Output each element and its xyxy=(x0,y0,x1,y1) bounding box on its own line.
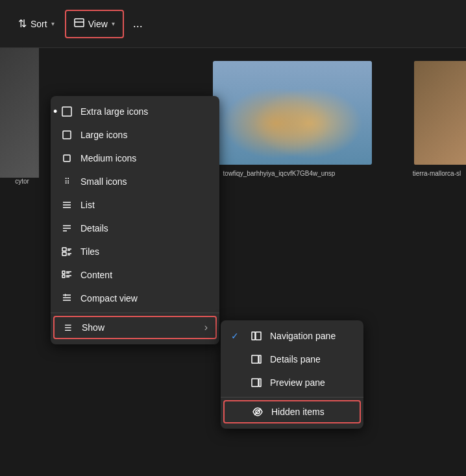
svg-rect-17 xyxy=(62,271,65,274)
menu-item-medium-icons[interactable]: Medium icons xyxy=(51,147,219,170)
menu-divider-2 xyxy=(221,397,363,398)
main-content: cytor towfiqy_barhhyiya_iqcvfK7GB4w_unsp… xyxy=(0,48,466,476)
show-icon: ☰ xyxy=(62,322,74,333)
menu-item-show[interactable]: ☰ Show › xyxy=(53,316,217,339)
navigation-pane-check: ✓ xyxy=(231,331,243,341)
thumb-right xyxy=(414,61,466,165)
view-button[interactable]: View ▾ xyxy=(65,10,124,38)
menu-item-small-icons[interactable]: ⠿ Small icons xyxy=(51,170,219,193)
details-label: Details xyxy=(80,223,209,233)
navigation-pane-label: Navigation pane xyxy=(270,331,353,341)
sort-label: Sort xyxy=(31,19,47,29)
menu-item-tiles[interactable]: Tiles xyxy=(51,240,219,263)
menu-item-hidden-items[interactable]: Hidden items xyxy=(223,400,361,423)
menu-item-large-icons[interactable]: Large icons xyxy=(51,123,219,147)
more-icon: ... xyxy=(133,17,143,30)
svg-rect-20 xyxy=(62,275,65,278)
menu-item-navigation-pane[interactable]: ✓ Navigation pane xyxy=(221,324,363,348)
svg-rect-28 xyxy=(252,355,258,363)
sort-button[interactable]: ⇅ Sort ▾ xyxy=(10,10,62,38)
details-icon xyxy=(61,222,73,234)
svg-rect-0 xyxy=(75,19,84,27)
view-chevron-icon: ▾ xyxy=(112,20,115,27)
large-icons-label: Large icons xyxy=(80,130,209,140)
show-submenu: ✓ Navigation pane Details pane xyxy=(221,320,363,429)
show-submenu-arrow: › xyxy=(204,322,208,333)
menu-item-list[interactable]: List xyxy=(51,193,219,217)
preview-pane-icon xyxy=(251,377,262,388)
small-icons-icon: ⠿ xyxy=(61,176,73,187)
extra-large-icons-icon xyxy=(61,106,73,117)
svg-rect-27 xyxy=(256,332,261,340)
svg-rect-3 xyxy=(63,131,71,139)
details-pane-icon xyxy=(251,353,262,365)
svg-rect-30 xyxy=(252,379,258,387)
view-label: View xyxy=(88,19,108,29)
content-label: Content xyxy=(80,270,209,280)
menu-item-preview-pane[interactable]: Preview pane xyxy=(221,371,363,394)
navigation-pane-icon xyxy=(251,330,262,342)
tiles-label: Tiles xyxy=(80,246,209,257)
medium-icons-icon xyxy=(61,152,73,164)
small-icons-label: Small icons xyxy=(80,176,209,187)
menu-item-compact-view[interactable]: Compact view xyxy=(51,287,219,310)
show-label: Show xyxy=(82,322,197,333)
menu-item-details-pane[interactable]: Details pane xyxy=(221,348,363,371)
tiles-icon xyxy=(61,246,73,257)
view-icon xyxy=(74,18,84,30)
svg-rect-11 xyxy=(62,248,66,251)
thumb-left xyxy=(0,48,39,178)
large-icons-icon xyxy=(61,129,73,141)
view-dropdown-menu: Extra large icons Large icons Medium ico… xyxy=(51,96,219,344)
list-icon xyxy=(61,199,73,211)
toolbar: ⇅ Sort ▾ View ▾ ... xyxy=(0,0,466,48)
details-pane-label: Details pane xyxy=(270,354,353,364)
more-options-button[interactable]: ... xyxy=(127,10,149,38)
svg-rect-2 xyxy=(62,107,71,116)
content-icon xyxy=(61,269,73,281)
hidden-items-icon xyxy=(252,406,264,418)
svg-rect-31 xyxy=(259,379,261,387)
filename-right: tierra-mallorca-sl xyxy=(408,170,466,177)
svg-rect-4 xyxy=(64,155,70,161)
sort-chevron-icon: ▾ xyxy=(51,20,55,27)
sort-arrows-icon: ⇅ xyxy=(18,18,27,30)
menu-item-details[interactable]: Details xyxy=(51,217,219,240)
hidden-items-label: Hidden items xyxy=(271,407,352,417)
medium-icons-label: Medium icons xyxy=(80,153,209,163)
compact-view-icon xyxy=(61,292,73,304)
filename-left: cytor xyxy=(3,178,42,185)
svg-rect-26 xyxy=(252,332,255,340)
preview-pane-label: Preview pane xyxy=(270,377,353,388)
compact-view-label: Compact view xyxy=(80,293,209,303)
extra-large-icons-label: Extra large icons xyxy=(80,106,209,117)
thumb-center xyxy=(213,61,372,165)
svg-rect-14 xyxy=(62,252,66,256)
list-label: List xyxy=(80,200,209,210)
menu-item-extra-large-icons[interactable]: Extra large icons xyxy=(51,100,219,123)
svg-rect-29 xyxy=(259,355,261,363)
menu-item-content[interactable]: Content xyxy=(51,263,219,287)
menu-divider-1 xyxy=(51,313,219,313)
